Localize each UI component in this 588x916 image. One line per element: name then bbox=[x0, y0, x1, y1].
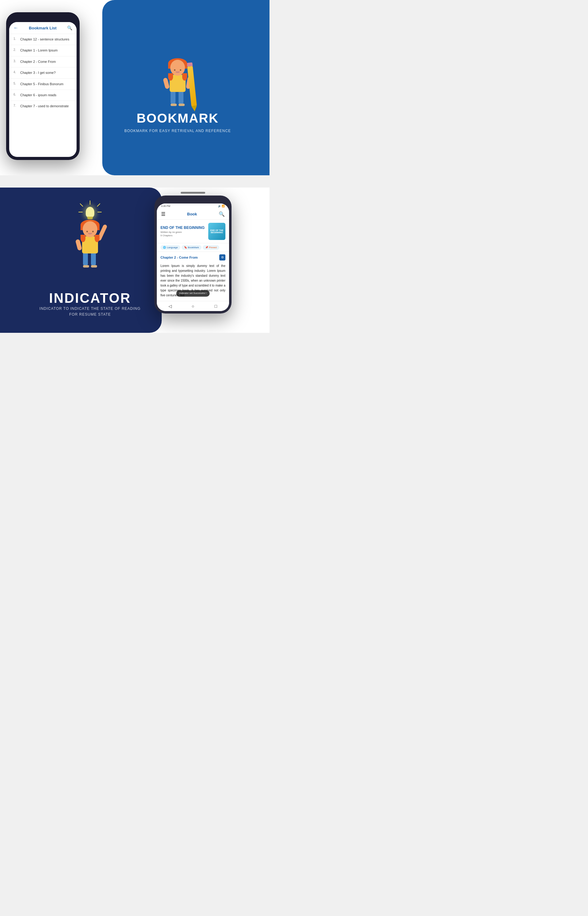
phone-bottom-nav: ◁ ○ □ bbox=[157, 301, 229, 311]
hair-left bbox=[168, 73, 173, 81]
bookmark-main-title: BOOKMARK bbox=[124, 111, 231, 126]
item-label: Chapter 7 - used to demonstrate bbox=[20, 104, 69, 108]
pencil-tip bbox=[191, 106, 197, 112]
toast-notification: Indicator set Successful ! bbox=[176, 290, 210, 297]
bookmark-list-title: Bookmark List bbox=[29, 26, 57, 30]
legs bbox=[171, 91, 185, 106]
item-label: Chapter 3 - I get some? bbox=[20, 71, 56, 75]
language-label: Language bbox=[167, 246, 178, 249]
hair-right bbox=[182, 73, 187, 81]
item-number: 1. bbox=[13, 37, 20, 40]
bulb-core bbox=[86, 207, 94, 217]
status-icons: 🔊 📶 bbox=[218, 205, 225, 207]
item-number: 6. bbox=[13, 93, 20, 96]
ray-3 bbox=[97, 203, 100, 207]
chapter-settings-icon[interactable]: ⚙ bbox=[219, 254, 225, 261]
chapter-header: Chapter 2 - Come From ⚙ bbox=[157, 252, 229, 262]
item-number: 5. bbox=[13, 82, 20, 85]
status-bar: 3:26 PM 🔊 📶 bbox=[157, 204, 229, 209]
pinned-label: Pinned bbox=[209, 246, 217, 249]
book-header-title: Book bbox=[187, 212, 197, 216]
ray-4 bbox=[78, 212, 83, 212]
book-content-area: Lorem Ipsum is simply dummy text of the … bbox=[157, 262, 229, 301]
menu-icon[interactable]: ☰ bbox=[161, 211, 165, 217]
bookmark-button[interactable]: 🔖 BookMark bbox=[182, 245, 202, 250]
item-number: 3. bbox=[13, 60, 20, 63]
indicator-section: INDICATOR INDICATOR TO INDICATE THE STAT… bbox=[0, 188, 270, 333]
hair-left-2 bbox=[81, 235, 86, 242]
shoe-right-2 bbox=[91, 265, 97, 267]
indicator-left-content: INDICATOR INDICATOR TO INDICATE THE STAT… bbox=[38, 200, 142, 317]
book-thumbnail: END OF THE BEGINNING bbox=[208, 223, 225, 240]
list-item[interactable]: 1. Chapter 12 - sentence structures bbox=[9, 34, 77, 45]
shoe-left bbox=[171, 104, 177, 106]
list-item[interactable]: 7. Chapter 7 - used to demonstrate bbox=[9, 101, 77, 112]
legs-2 bbox=[83, 252, 97, 267]
hair-right-2 bbox=[95, 235, 100, 242]
head-2 bbox=[83, 221, 97, 237]
item-label: Chapter 5 - Finibus Bonorum bbox=[20, 82, 63, 86]
ray-2 bbox=[80, 203, 83, 207]
character-illustration-bookmark bbox=[170, 39, 186, 106]
phone-notch bbox=[31, 15, 55, 21]
girl-figure bbox=[170, 60, 186, 106]
language-icon: 🌐 bbox=[163, 246, 166, 249]
bookmark-phone-header: ← Bookmark List 🔍 bbox=[9, 22, 77, 34]
shoe-left-2 bbox=[83, 265, 89, 267]
leg-right-2 bbox=[91, 252, 96, 266]
phone-shell-2: 3:26 PM 🔊 📶 ☰ Book 🔍 END OF THE BEGINNIN… bbox=[154, 196, 231, 314]
book-card-info: END OF THE BEGINNING Written by mr.green… bbox=[160, 225, 205, 236]
pinned-button[interactable]: 📌 Pinned bbox=[203, 245, 219, 250]
book-card-title: END OF THE BEGINNING bbox=[160, 225, 205, 230]
ray-1 bbox=[90, 201, 90, 205]
book-actions-bar: 🌐 Language 🔖 BookMark 📌 Pinned bbox=[157, 243, 229, 252]
pencil-eraser bbox=[187, 62, 193, 66]
bookmark-phone: ← Bookmark List 🔍 1. Chapter 12 - senten… bbox=[6, 12, 80, 160]
back-arrow-icon[interactable]: ← bbox=[13, 25, 18, 31]
item-label: Chapter 6 - ipsum reads bbox=[20, 93, 57, 97]
search-icon[interactable]: 🔍 bbox=[67, 26, 72, 30]
book-card[interactable]: END OF THE BEGINNING Written by mr.green… bbox=[157, 220, 229, 243]
book-chapters: 9 Chapters bbox=[160, 234, 205, 237]
book-app-header: ☰ Book 🔍 bbox=[157, 209, 229, 220]
list-item[interactable]: 2. Chapter 1 - Lorem Ipsum bbox=[9, 45, 77, 56]
nav-home-button[interactable]: ○ bbox=[190, 303, 196, 309]
list-item[interactable]: 5. Chapter 5 - Finibus Bonorum bbox=[9, 79, 77, 90]
bulb-base bbox=[87, 217, 93, 219]
time-display: 3:26 PM bbox=[161, 205, 170, 207]
ray-5 bbox=[97, 212, 102, 212]
item-number: 2. bbox=[13, 48, 20, 52]
bookmark-icon: 🔖 bbox=[184, 246, 187, 249]
language-button[interactable]: 🌐 Language bbox=[160, 245, 180, 250]
item-number: 4. bbox=[13, 71, 20, 74]
bookmark-section: ← Bookmark List 🔍 1. Chapter 12 - senten… bbox=[0, 0, 270, 175]
indicator-illustration bbox=[78, 200, 102, 286]
leg-right bbox=[179, 91, 183, 104]
shoe-right bbox=[179, 104, 185, 106]
header-search-icon[interactable]: 🔍 bbox=[219, 211, 225, 217]
indicator-main-title: INDICATOR bbox=[38, 291, 142, 306]
list-item[interactable]: 3. Chapter 2 - Come From bbox=[9, 57, 77, 68]
bookmark-text-block: BOOKMARK BOOKMARK FOR EASY RETRIEVAL AND… bbox=[124, 111, 231, 134]
chapter-title[interactable]: Chapter 2 - Come From bbox=[160, 256, 198, 259]
item-number: 7. bbox=[13, 104, 20, 107]
phone-notch-2 bbox=[184, 198, 202, 202]
list-item[interactable]: 4. Chapter 3 - I get some? bbox=[9, 68, 77, 78]
nav-back-button[interactable]: ◁ bbox=[167, 303, 173, 309]
phone-speaker bbox=[181, 192, 205, 194]
bookmark-list: 1. Chapter 12 - sentence structures 2. C… bbox=[9, 34, 77, 112]
leg-left bbox=[171, 91, 176, 104]
phone-screen-bookmark: ← Bookmark List 🔍 1. Chapter 12 - senten… bbox=[9, 22, 77, 157]
nav-recent-button[interactable]: □ bbox=[213, 303, 219, 309]
bookmark-label: BookMark bbox=[188, 246, 199, 249]
indicator-text-block: INDICATOR INDICATOR TO INDICATE THE STAT… bbox=[38, 291, 142, 317]
phone-shell-bookmark: ← Bookmark List 🔍 1. Chapter 12 - senten… bbox=[6, 12, 80, 160]
indicator-girl-figure bbox=[82, 221, 98, 267]
phone-screen-2: 3:26 PM 🔊 📶 ☰ Book 🔍 END OF THE BEGINNIN… bbox=[157, 204, 229, 311]
indicator-subtitle: INDICATOR TO INDICATE THE STATE OF READI… bbox=[38, 306, 142, 317]
book-written-by: Written by mr.green bbox=[160, 231, 205, 233]
bookmark-subtitle: BOOKMARK FOR EASY RETRIEVAL AND REFERENC… bbox=[124, 128, 231, 134]
head bbox=[170, 60, 185, 76]
list-item[interactable]: 6. Chapter 6 - ipsum reads bbox=[9, 90, 77, 101]
leg-left-2 bbox=[83, 252, 88, 266]
